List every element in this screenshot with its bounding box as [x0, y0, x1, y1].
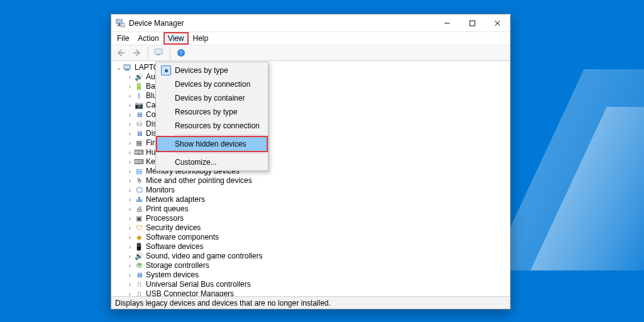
expand-icon[interactable]: ›: [126, 148, 133, 157]
tree-node-label: Monitors: [146, 186, 175, 195]
expand-icon[interactable]: ›: [126, 176, 133, 186]
dropdown-customize[interactable]: Customize...: [157, 155, 267, 169]
printer-icon: 🖨: [134, 205, 144, 214]
back-button[interactable]: [114, 47, 128, 59]
menu-help[interactable]: Help: [189, 32, 213, 45]
device-manager-window: Device Manager File Action View Help: [111, 14, 511, 309]
tree-node[interactable]: ›◆Software components: [115, 233, 510, 242]
toolbar-help-button[interactable]: ?: [174, 47, 188, 59]
expand-icon[interactable]: ›: [126, 233, 133, 242]
dropdown-devices-by-type[interactable]: Devices by type: [157, 64, 267, 77]
expand-icon[interactable]: ›: [126, 91, 133, 101]
expand-icon[interactable]: ›: [126, 242, 133, 252]
tree-node-label: Print queues: [146, 204, 188, 214]
svg-rect-1: [118, 23, 120, 25]
forward-button[interactable]: [130, 47, 144, 59]
expand-icon[interactable]: ›: [126, 157, 133, 167]
statusbar-text: Displays legacy devices and devices that…: [115, 299, 331, 308]
dropdown-devices-by-container[interactable]: Devices by container: [157, 91, 267, 105]
window-controls: [435, 14, 510, 32]
content-area: ⌄LAPTOP›🔊Audio inputs and outputs›🔋Batte…: [111, 61, 510, 296]
expand-icon[interactable]: ›: [126, 186, 133, 195]
dropdown-resources-by-type[interactable]: Resources by type: [157, 105, 267, 119]
tree-node-label: Processors: [146, 214, 184, 223]
tree-node[interactable]: ›🖵Monitors: [115, 186, 510, 195]
menu-file[interactable]: File: [113, 32, 133, 45]
tree-node[interactable]: ›⎍Universal Serial Bus controllers: [115, 280, 510, 289]
keyboard-icon: ⌨: [134, 158, 144, 167]
expand-icon[interactable]: ›: [126, 204, 133, 214]
svg-rect-5: [470, 21, 475, 26]
dropdown-devices-by-connection[interactable]: Devices by connection: [157, 77, 267, 91]
expand-icon[interactable]: ›: [126, 119, 133, 129]
memory-icon: ▤: [134, 167, 144, 176]
expand-icon[interactable]: ›: [126, 110, 133, 119]
menu-separator: [175, 135, 265, 135]
expand-icon[interactable]: ›: [126, 138, 133, 148]
window-title: Device Manager: [129, 19, 184, 28]
tree-node-label: Network adapters: [146, 195, 205, 204]
menu-action[interactable]: Action: [133, 32, 163, 45]
tree-node-label: Software devices: [146, 242, 203, 252]
minimize-button[interactable]: [435, 14, 460, 32]
expand-icon[interactable]: ›: [126, 167, 133, 176]
storage-icon: ⛃: [134, 262, 144, 270]
cpu-icon: ▣: [134, 214, 144, 223]
dropdown-item-label: Devices by container: [175, 94, 245, 103]
software-dev-icon: 📱: [134, 243, 144, 252]
expand-icon[interactable]: ›: [126, 214, 133, 223]
dropdown-resources-by-connection[interactable]: Resources by connection: [157, 119, 267, 133]
svg-rect-10: [155, 49, 162, 54]
tree-node[interactable]: ›🖥System devices: [115, 270, 510, 280]
maximize-button[interactable]: [460, 14, 485, 32]
app-icon: [115, 18, 125, 28]
usb-icon: ⎍: [134, 280, 144, 289]
menu-view[interactable]: View: [164, 32, 189, 45]
collapse-icon[interactable]: ⌄: [115, 63, 122, 72]
tree-node[interactable]: ›⛃Storage controllers: [115, 261, 510, 270]
tree-node[interactable]: ›🖱Mice and other pointing devices: [115, 176, 510, 186]
tree-node-label: Mice and other pointing devices: [146, 176, 252, 186]
tree-node[interactable]: ›📱Software devices: [115, 242, 510, 252]
dropdown-item-label: Resources by connection: [175, 121, 260, 130]
expand-icon[interactable]: ›: [126, 280, 133, 289]
computer-icon: [123, 64, 133, 72]
tree-node[interactable]: ›▣Processors: [115, 214, 510, 223]
expand-icon[interactable]: ›: [126, 289, 133, 296]
tree-node[interactable]: ›⎍USB Connector Managers: [115, 289, 510, 296]
toolbar: ?: [111, 45, 510, 61]
tree-node[interactable]: ›🛡Security devices: [115, 223, 510, 233]
svg-text:?: ?: [180, 50, 182, 56]
menubar: File Action View Help: [111, 32, 510, 45]
expand-icon[interactable]: ›: [126, 195, 133, 204]
expand-icon[interactable]: ›: [126, 101, 133, 110]
tree-node[interactable]: ›🖨Print queues: [115, 204, 510, 214]
expand-icon[interactable]: ›: [126, 261, 133, 270]
display-icon: 🖥: [134, 130, 144, 138]
tree-node[interactable]: ›🖧Network adapters: [115, 195, 510, 204]
expand-icon[interactable]: ›: [126, 223, 133, 233]
system-icon: 🖥: [134, 271, 144, 280]
mouse-icon: 🖱: [134, 177, 144, 186]
close-button[interactable]: [485, 14, 510, 32]
view-dropdown-menu: Devices by type Devices by connection De…: [155, 62, 269, 171]
camera-icon: 📷: [134, 101, 144, 110]
firmware-icon: ▦: [134, 139, 144, 148]
svg-rect-0: [116, 19, 122, 23]
expand-icon[interactable]: ›: [126, 270, 133, 280]
dropdown-show-hidden-devices[interactable]: Show hidden devices: [157, 137, 267, 151]
usb-connector-icon: ⎍: [134, 290, 144, 297]
expand-icon[interactable]: ›: [126, 82, 133, 91]
expand-icon[interactable]: ›: [126, 129, 133, 138]
menu-separator: [175, 153, 265, 153]
computer-icon: 🖥: [134, 111, 144, 119]
expand-icon[interactable]: ›: [126, 252, 133, 261]
titlebar[interactable]: Device Manager: [111, 14, 510, 32]
expand-icon[interactable]: ›: [126, 72, 133, 82]
network-icon: 🖧: [134, 196, 144, 204]
sound-icon: 🔊: [134, 252, 144, 261]
battery-icon: 🔋: [134, 82, 144, 91]
tree-node[interactable]: ›🔊Sound, video and game controllers: [115, 252, 510, 261]
tree-node-label: Security devices: [146, 223, 201, 233]
toolbar-computer-button[interactable]: [152, 47, 166, 59]
